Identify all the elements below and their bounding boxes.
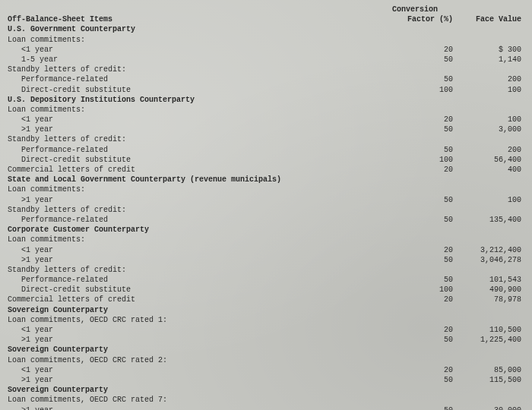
row-face-value: 135,400 (453, 215, 521, 225)
row-label: Commercial letters of credit (8, 165, 392, 175)
row-face-value: 1,140 (453, 55, 521, 65)
row-face-value: 490,900 (453, 285, 521, 295)
row-conversion: 20 (392, 325, 453, 335)
row-conversion: 50 (392, 255, 453, 265)
row-label: Sovereign Counterparty (8, 345, 392, 355)
table-row: Performance-related50135,400 (8, 215, 521, 225)
row-conversion: 20 (392, 295, 453, 304)
table-row: Direct-credit substitute10056,400 (8, 155, 521, 165)
table-row: Standby letters of credit: (8, 134, 521, 144)
table-row: <1 year20100 (8, 115, 521, 125)
table-row: <1 year20$ 300 (8, 45, 521, 55)
row-conversion: 20 (392, 115, 453, 125)
row-label: State and Local Government Counterparty … (8, 175, 392, 184)
row-label: U.S. Depository Institutions Counterpart… (8, 95, 392, 105)
table-row: Standby letters of credit: (8, 205, 521, 215)
row-label: 1-5 year (8, 55, 392, 65)
row-conversion: 50 (392, 74, 453, 84)
table-row: >1 year503,046,278 (8, 255, 521, 265)
row-label: Loan commitments: (8, 235, 392, 244)
row-label: Sovereign Counterparty (8, 385, 392, 395)
row-face-value: 85,000 (453, 365, 521, 375)
table-row: <1 year203,212,400 (8, 245, 521, 255)
row-label: <1 year (8, 45, 392, 55)
table-row: <1 year20110,500 (8, 325, 521, 335)
row-face-value: 3,000 (453, 125, 521, 134)
table-row: Standby letters of credit: (8, 265, 521, 275)
table-row: Performance-related50101,543 (8, 275, 521, 285)
table-row: Standby letters of credit: (8, 65, 521, 74)
row-label: <1 year (8, 245, 392, 255)
row-label: <1 year (8, 365, 392, 375)
row-label: >1 year (8, 195, 392, 205)
row-label: Direct-credit substitute (8, 155, 392, 165)
row-face-value: 100 (453, 85, 521, 95)
table-row: Loan commitments: (8, 184, 521, 194)
table-row: <1 year2085,000 (8, 365, 521, 375)
row-conversion: 100 (392, 155, 453, 165)
row-label: Performance-related (8, 275, 392, 285)
row-conversion: 20 (392, 165, 453, 175)
table-row: Commercial letters of credit20400 (8, 165, 521, 175)
row-conversion: 20 (392, 45, 453, 55)
table-row: Sovereign Counterparty (8, 345, 521, 355)
row-label: <1 year (8, 325, 392, 335)
row-face-value: 200 (453, 145, 521, 155)
row-conversion: 50 (392, 145, 453, 155)
row-label: Standby letters of credit: (8, 205, 392, 215)
row-conversion: 50 (392, 195, 453, 205)
table-row: Loan commitments, OECD CRC rated 2: (8, 355, 521, 365)
table-row: >1 year50115,500 (8, 375, 521, 385)
row-conversion: 20 (392, 245, 453, 255)
table-row: Commercial letters of credit2078,978 (8, 295, 521, 304)
header-conversion-line2: Factor (%) (392, 14, 453, 24)
table-row: Direct-credit substitute100490,900 (8, 285, 521, 295)
row-face-value: 110,500 (453, 325, 521, 335)
row-label: >1 year (8, 335, 392, 345)
table-row: Loan commitments, OECD CRC rated 7: (8, 395, 521, 405)
row-label: >1 year (8, 125, 392, 134)
table-row: Corporate Customer Counterparty (8, 225, 521, 235)
row-label: Loan commitments, OECD CRC rated 1: (8, 315, 392, 325)
row-label: Performance-related (8, 215, 392, 225)
row-face-value: 200 (453, 74, 521, 84)
row-face-value: $ 300 (453, 45, 521, 55)
row-label: Loan commitments: (8, 184, 392, 194)
row-label: Corporate Customer Counterparty (8, 225, 392, 235)
row-label: Loan commitments, OECD CRC rated 7: (8, 395, 392, 405)
header-face-value: Face Value (453, 14, 521, 24)
table-row: Loan commitments: (8, 35, 521, 45)
row-label: U.S. Government Counterparty (8, 24, 392, 34)
row-conversion: 50 (392, 125, 453, 134)
table-row: Sovereign Counterparty (8, 305, 521, 315)
row-conversion: 50 (392, 275, 453, 285)
table-row: >1 year5030,000 (8, 405, 521, 411)
row-label: Sovereign Counterparty (8, 305, 392, 315)
off-balance-sheet-table: ConversionOff-Balance-Sheet ItemsFactor … (8, 5, 521, 410)
row-face-value: 1,225,400 (453, 335, 521, 345)
row-label: Direct-credit substitute (8, 285, 392, 295)
row-face-value: 3,212,400 (453, 245, 521, 255)
row-conversion: 50 (392, 215, 453, 225)
row-face-value: 115,500 (453, 375, 521, 385)
table-row: Performance-related50200 (8, 145, 521, 155)
row-label: Commercial letters of credit (8, 295, 392, 304)
row-conversion: 50 (392, 335, 453, 345)
row-conversion: 50 (392, 55, 453, 65)
row-conversion: 100 (392, 85, 453, 95)
row-label: Standby letters of credit: (8, 65, 392, 74)
row-label: >1 year (8, 405, 392, 411)
row-face-value: 101,543 (453, 275, 521, 285)
header-row-2: Off-Balance-Sheet ItemsFactor (%)Face Va… (8, 14, 521, 24)
row-face-value: 100 (453, 115, 521, 125)
row-face-value: 30,000 (453, 405, 521, 411)
row-face-value: 78,978 (453, 295, 521, 304)
row-face-value: 400 (453, 165, 521, 175)
row-label: >1 year (8, 255, 392, 265)
row-label: Standby letters of credit: (8, 265, 392, 275)
table-row: U.S. Depository Institutions Counterpart… (8, 95, 521, 105)
table-row: >1 year50100 (8, 195, 521, 205)
row-label: Loan commitments: (8, 105, 392, 115)
table-row: >1 year503,000 (8, 125, 521, 134)
header-conversion-line1: Conversion (392, 5, 453, 14)
